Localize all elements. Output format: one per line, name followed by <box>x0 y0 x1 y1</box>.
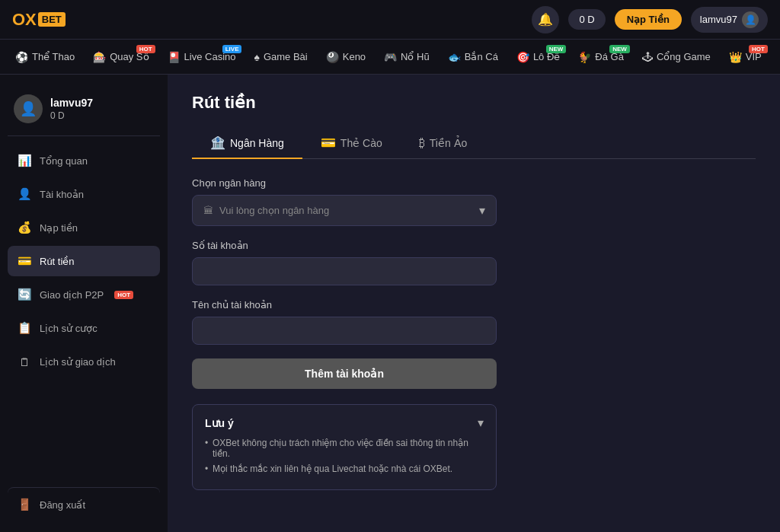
ngan-hang-tab-icon: 🏦 <box>210 135 225 150</box>
nav-item-ban-ca[interactable]: 🐟 Bắn Cá <box>440 46 506 68</box>
da-ga-badge: NEW <box>609 45 630 53</box>
nav-item-live-casino[interactable]: 🎴 Live Casino LIVE <box>160 46 244 68</box>
logo-ox-text: OX <box>12 10 37 30</box>
vip-badge: HOT <box>749 45 768 53</box>
header-right: 🔔 0 D Nạp Tiền lamvu97 👤 <box>532 6 768 33</box>
lo-de-icon: 🎯 <box>516 51 529 63</box>
so-tai-khoan-label: Số tài khoản <box>192 240 740 251</box>
sidebar-item-rut-tien[interactable]: 💳 Rút tiền <box>8 246 160 276</box>
select-inner: 🏛 Vui lòng chọn ngân hàng <box>203 205 329 216</box>
note-box: Lưu ý ▾ OXBet không chịu trách nhiệm cho… <box>192 404 497 490</box>
bank-icon: 🏛 <box>203 205 213 216</box>
sidebar-user-details: lamvu97 0 D <box>50 97 93 121</box>
sidebar-label-lich-su-cuoc: Lịch sử cược <box>40 323 98 334</box>
tab-bar: 🏦 Ngân Hàng 💳 Thẻ Cào ₿ Tiền Ảo <box>192 128 756 159</box>
note-chevron-down-icon[interactable]: ▾ <box>478 416 484 430</box>
form-group-ten-chu-tai-khoan: Tên chủ tài khoản <box>192 299 740 345</box>
tab-label-the-cao: Thẻ Cào <box>340 137 382 149</box>
sidebar-label-tong-quan: Tổng quan <box>40 155 88 167</box>
nav-item-lo-de[interactable]: 🎯 Lô Đề NEW <box>509 46 567 68</box>
nav-label-keno: Keno <box>343 51 366 62</box>
main-nav: ⚽ Thể Thao 🎰 Quay Số HOT 🎴 Live Casino L… <box>0 40 780 75</box>
the-cao-tab-icon: 💳 <box>321 135 336 150</box>
ten-chu-tai-khoan-label: Tên chủ tài khoản <box>192 299 740 311</box>
nap-tien-icon: 💰 <box>17 220 32 235</box>
live-casino-badge: LIVE <box>222 45 242 53</box>
nav-item-da-ga[interactable]: 🐓 Đá Gà NEW <box>571 46 631 68</box>
select-chevron-down-icon: ▾ <box>479 203 485 218</box>
lich-su-giao-dich-icon: 🗒 <box>17 354 32 369</box>
sidebar-user-info: 👤 lamvu97 0 D <box>8 87 160 136</box>
note-item-2: Mọi thắc mắc xin liên hệ qua Livechat ho… <box>205 464 484 474</box>
nav-label-the-thao: Thể Thao <box>32 51 75 62</box>
sidebar-item-giao-dich-p2p[interactable]: 🔄 Giao dịch P2P HOT <box>8 279 160 310</box>
no-hu-icon: 🎮 <box>384 51 397 63</box>
withdrawal-form: Chọn ngân hàng 🏛 Vui lòng chọn ngân hàng… <box>192 177 740 490</box>
form-group-ngan-hang: Chọn ngân hàng 🏛 Vui lòng chọn ngân hàng… <box>192 177 740 226</box>
chon-ngan-hang-label: Chọn ngân hàng <box>192 177 740 189</box>
form-group-so-tai-khoan: Số tài khoản <box>192 240 740 285</box>
nav-item-vip[interactable]: 👑 VIP HOT <box>721 46 769 68</box>
tong-quan-icon: 📊 <box>17 153 32 168</box>
main-content: Rút tiền 🏦 Ngân Hàng 💳 Thẻ Cào ₿ Tiền Ảo… <box>168 75 780 532</box>
nav-item-game-bai[interactable]: ♠ Game Bài <box>246 46 315 68</box>
quay-so-badge: HOT <box>136 45 155 53</box>
sidebar-label-rut-tien: Rút tiền <box>40 256 75 267</box>
nav-item-the-thao[interactable]: ⚽ Thể Thao <box>8 46 82 68</box>
the-thao-icon: ⚽ <box>15 51 28 63</box>
giao-dich-p2p-icon: 🔄 <box>17 287 32 302</box>
page-title: Rút tiền <box>192 93 756 113</box>
logo-bet-text: BET <box>38 12 66 27</box>
game-bai-icon: ♠ <box>254 51 259 63</box>
sidebar-label-giao-dich-p2p: Giao dịch P2P <box>40 289 104 301</box>
cong-game-icon: 🕹 <box>642 51 653 63</box>
notification-button[interactable]: 🔔 <box>532 6 559 33</box>
nap-tien-button[interactable]: Nạp Tiền <box>615 9 682 30</box>
note-title: Lưu ý <box>205 417 234 429</box>
nav-item-keno[interactable]: 🎱 Keno <box>318 46 373 68</box>
sidebar-label-tai-khoan: Tài khoản <box>40 189 84 200</box>
nav-item-cong-game[interactable]: 🕹 Cổng Game <box>635 46 718 68</box>
select-placeholder: Vui lòng chọn ngân hàng <box>219 205 329 216</box>
ban-ca-icon: 🐟 <box>448 51 461 63</box>
sidebar-item-tai-khoan[interactable]: 👤 Tài khoản <box>8 179 160 209</box>
sidebar: 👤 lamvu97 0 D 📊 Tổng quan 👤 Tài khoản 💰 … <box>0 75 168 532</box>
nav-item-no-hu[interactable]: 🎮 Nổ Hũ <box>376 46 437 68</box>
sidebar-label-nap-tien: Nạp tiền <box>40 222 78 234</box>
rut-tien-icon: 💳 <box>17 253 32 269</box>
vip-icon: 👑 <box>729 51 742 63</box>
sidebar-item-dang-xuat[interactable]: 🚪 Đăng xuất <box>8 487 160 520</box>
nav-label-ban-ca: Bắn Cá <box>465 51 498 62</box>
tab-tien-ao[interactable]: ₿ Tiền Ảo <box>401 128 486 159</box>
nav-label-game-bai: Game Bài <box>264 51 308 62</box>
sidebar-item-tong-quan[interactable]: 📊 Tổng quan <box>8 145 160 176</box>
sidebar-item-nap-tien[interactable]: 💰 Nạp tiền <box>8 212 160 243</box>
sidebar-label-lich-su-giao-dich: Lịch sử giao dịch <box>40 356 116 368</box>
sidebar-label-dang-xuat: Đăng xuất <box>40 499 85 511</box>
so-tai-khoan-input[interactable] <box>192 257 497 285</box>
lich-su-cuoc-icon: 📋 <box>17 320 32 336</box>
tab-label-tien-ao: Tiền Ảo <box>430 137 468 149</box>
sidebar-item-lich-su-cuoc[interactable]: 📋 Lịch sử cược <box>8 313 160 343</box>
dang-xuat-icon: 🚪 <box>17 497 32 512</box>
logo: OX BET <box>12 10 66 30</box>
tab-ngan-hang[interactable]: 🏦 Ngân Hàng <box>192 128 302 159</box>
sidebar-item-lich-su-giao-dich[interactable]: 🗒 Lịch sử giao dịch <box>8 346 160 377</box>
nav-item-quay-so[interactable]: 🎰 Quay Số HOT <box>85 46 156 68</box>
live-casino-icon: 🎴 <box>168 51 181 63</box>
tab-label-ngan-hang: Ngân Hàng <box>230 137 284 149</box>
balance-button[interactable]: 0 D <box>568 9 605 30</box>
tai-khoan-icon: 👤 <box>17 186 32 202</box>
sidebar-username: lamvu97 <box>50 97 93 109</box>
tab-the-cao[interactable]: 💳 Thẻ Cào <box>302 128 401 159</box>
note-header: Lưu ý ▾ <box>205 416 484 430</box>
user-button[interactable]: lamvu97 👤 <box>691 7 768 33</box>
header: OX BET 🔔 0 D Nạp Tiền lamvu97 👤 <box>0 0 780 40</box>
note-item-1: OXBet không chịu trách nhiệm cho việc đi… <box>205 438 484 459</box>
nav-label-cong-game: Cổng Game <box>657 51 711 62</box>
ten-chu-tai-khoan-input[interactable] <box>192 317 497 345</box>
keno-icon: 🎱 <box>326 51 339 63</box>
them-tai-khoan-button[interactable]: Thêm tài khoản <box>192 358 497 389</box>
ngan-hang-select[interactable]: 🏛 Vui lòng chọn ngân hàng ▾ <box>192 195 497 226</box>
lo-de-badge: NEW <box>546 45 567 53</box>
